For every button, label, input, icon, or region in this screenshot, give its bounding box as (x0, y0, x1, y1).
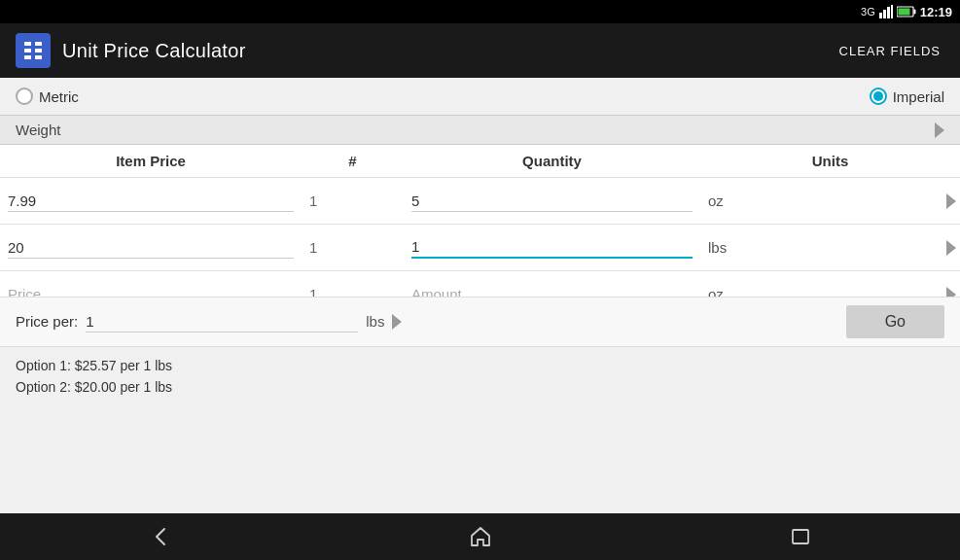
clear-fields-button[interactable]: CLEAR FIELDS (836, 36, 944, 66)
recents-button[interactable] (765, 517, 836, 556)
time-display: 12:19 (920, 5, 952, 19)
svg-rect-1 (883, 10, 886, 18)
unit-cell-2: lbs (700, 235, 734, 260)
svg-rect-13 (793, 530, 808, 543)
weight-row: Weight (0, 115, 960, 145)
svg-rect-9 (24, 49, 31, 52)
svg-rect-7 (24, 42, 31, 46)
quantity-input-1[interactable] (411, 191, 693, 212)
imperial-radio-button[interactable] (870, 88, 887, 105)
unit-expand-3[interactable] (731, 287, 960, 297)
num-cell-2: 1 (302, 235, 404, 260)
table-row: 1 lbs (0, 225, 960, 271)
svg-rect-8 (35, 42, 42, 46)
weight-label: Weight (16, 122, 60, 138)
main-content: Metric Imperial Weight Item Price # Quan… (0, 78, 960, 513)
table-headers: Item Price # Quantity Units (0, 145, 960, 178)
result-line-1: Option 1: $25.57 per 1 lbs (16, 355, 944, 376)
unit-expand-1[interactable] (731, 193, 960, 209)
app-bar: Unit Price Calculator CLEAR FIELDS (0, 23, 960, 78)
header-item-price: Item Price (0, 153, 302, 169)
battery-icon (897, 6, 916, 18)
quantity-input-2[interactable] (411, 236, 693, 259)
metric-radio[interactable]: Metric (16, 88, 79, 105)
price-input-1[interactable] (8, 191, 294, 212)
svg-rect-5 (913, 10, 915, 15)
back-icon (149, 525, 172, 548)
price-per-label: Price per: (16, 313, 78, 330)
status-icons: 3G 12:19 (861, 5, 952, 19)
quantity-cell-2[interactable] (404, 232, 700, 262)
svg-rect-0 (879, 13, 882, 18)
signal-bars-icon (879, 5, 893, 18)
svg-rect-11 (24, 55, 31, 59)
table-row: 1 oz (0, 271, 960, 297)
unit-selector: Metric Imperial (0, 78, 960, 115)
home-icon (469, 525, 492, 548)
num-cell-1: 1 (302, 189, 404, 213)
imperial-radio-inner (873, 91, 883, 101)
num-cell-3: 1 (302, 282, 404, 297)
price-cell-2[interactable] (0, 233, 302, 262)
table-area: Item Price # Quantity Units 1 oz 1 (0, 145, 960, 297)
price-cell-1[interactable] (0, 187, 302, 216)
table-row: 1 oz (0, 178, 960, 225)
svg-rect-2 (887, 7, 890, 18)
price-input-3[interactable] (8, 284, 294, 297)
svg-rect-3 (891, 5, 893, 18)
metric-label: Metric (39, 88, 79, 105)
price-per-unit: lbs (366, 313, 384, 330)
price-cell-3[interactable] (0, 280, 302, 297)
calculator-icon (21, 39, 45, 62)
weight-expand-icon[interactable] (935, 122, 944, 138)
status-bar: 3G 12:19 (0, 0, 960, 23)
price-per-unit-expand-icon[interactable] (392, 314, 402, 330)
signal-indicator: 3G (861, 6, 875, 18)
go-button[interactable]: Go (846, 305, 944, 338)
quantity-cell-3[interactable] (404, 280, 700, 297)
svg-rect-12 (35, 55, 42, 59)
header-quantity: Quantity (404, 153, 700, 169)
results-area: Option 1: $25.57 per 1 lbs Option 2: $20… (0, 347, 960, 514)
quantity-cell-1[interactable] (404, 187, 700, 216)
header-units: Units (700, 153, 960, 169)
header-hash: # (302, 153, 404, 169)
unit-cell-3: oz (700, 282, 731, 297)
result-line-2: Option 2: $20.00 per 1 lbs (16, 376, 944, 398)
app-bar-left: Unit Price Calculator (16, 33, 246, 68)
price-input-2[interactable] (8, 237, 294, 259)
nav-bar (0, 513, 960, 560)
quantity-input-3[interactable] (411, 284, 693, 297)
imperial-label: Imperial (893, 88, 944, 105)
price-per-input[interactable] (86, 311, 358, 332)
svg-rect-10 (35, 49, 42, 52)
app-title: Unit Price Calculator (62, 40, 246, 62)
price-per-row: Price per: lbs Go (0, 297, 960, 347)
recents-icon (789, 525, 812, 548)
back-button[interactable] (125, 517, 196, 556)
app-icon (16, 33, 51, 68)
unit-expand-2[interactable] (734, 240, 960, 256)
unit-cell-1: oz (700, 189, 731, 213)
metric-radio-button[interactable] (16, 88, 33, 105)
svg-rect-6 (898, 9, 909, 16)
home-button[interactable] (445, 517, 516, 556)
imperial-radio[interactable]: Imperial (870, 88, 944, 105)
